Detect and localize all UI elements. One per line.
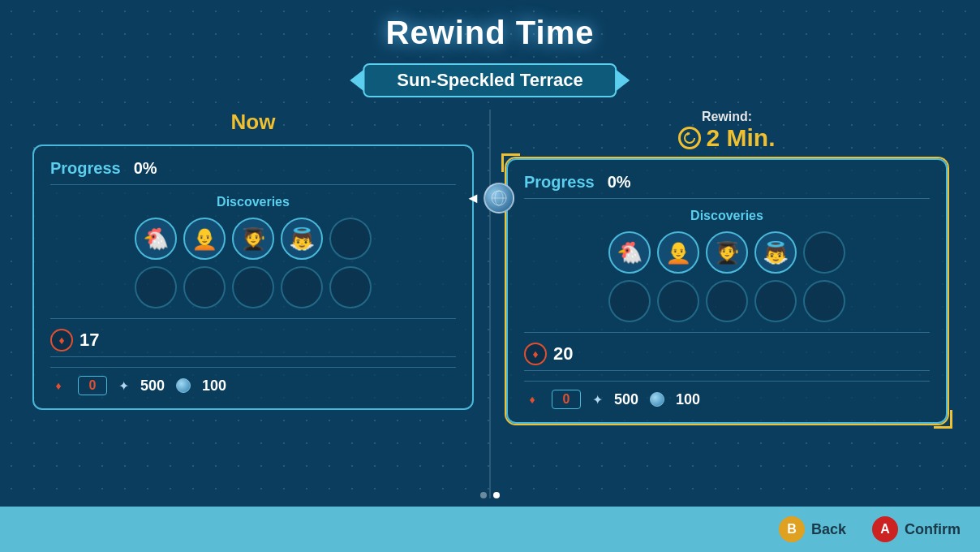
now-resource-value: 17 bbox=[80, 330, 99, 351]
page-title: Rewind Time bbox=[0, 15, 980, 51]
rewind-char-2: 🧑‍🦲 bbox=[657, 231, 699, 274]
rewind-char-4: 👼 bbox=[754, 231, 797, 274]
rewind-character-grid: 🐔 🧑‍🦲 🧑‍🎓 👼 bbox=[524, 231, 930, 322]
now-char-10 bbox=[329, 266, 372, 308]
rewind-sep2 bbox=[524, 332, 930, 333]
now-char-1: 🐔 bbox=[135, 218, 177, 260]
now-character-grid: 🐔 🧑‍🦲 🧑‍🎓 👼 bbox=[50, 218, 456, 308]
rewind-progress-label: Progress bbox=[524, 173, 595, 192]
rewind-stat-orb-icon bbox=[650, 392, 664, 407]
now-char-row-2 bbox=[135, 266, 372, 308]
now-footer-stats: ♦ 0 ✦ 500 100 bbox=[50, 367, 456, 395]
now-separator bbox=[50, 184, 456, 185]
rewind-resource-icon: ♦ bbox=[524, 343, 547, 365]
now-progress-value: 0% bbox=[134, 159, 157, 178]
dot-1 bbox=[480, 492, 487, 498]
now-progress-row: Progress 0% bbox=[50, 159, 456, 178]
nav-globe[interactable] bbox=[484, 183, 514, 213]
now-char-8 bbox=[232, 266, 274, 308]
now-discoveries-label: Discoveries bbox=[50, 195, 456, 209]
rewind-char-5 bbox=[803, 231, 845, 274]
now-char-row-1: 🐔 🧑‍🦲 🧑‍🎓 👼 bbox=[135, 218, 372, 260]
confirm-label: Confirm bbox=[905, 521, 961, 538]
bottom-bar: B Back A Confirm bbox=[0, 507, 980, 552]
nav-arrow-left[interactable]: ◄ bbox=[466, 190, 480, 207]
now-stat-red-val: 0 bbox=[78, 376, 107, 395]
rewind-progress-value: 0% bbox=[608, 173, 631, 192]
rewind-char-6 bbox=[608, 280, 651, 322]
rewind-stat-red-val: 0 bbox=[552, 390, 581, 409]
rewind-resource-value: 20 bbox=[553, 343, 573, 364]
rewind-time-icon bbox=[678, 127, 701, 149]
center-nav[interactable]: ◄ bbox=[466, 183, 514, 213]
rewind-card: Progress 0% Discoveries 🐔 🧑‍🦲 🧑‍🎓 👼 bbox=[506, 158, 948, 424]
a-button-circle: A bbox=[872, 516, 898, 542]
dot-2 bbox=[493, 492, 500, 498]
now-panel: Now Progress 0% Discoveries 🐔 🧑‍🦲 🧑‍🎓 👼 bbox=[16, 110, 490, 507]
rewind-char-10 bbox=[803, 280, 845, 322]
rewind-header: Rewind: 2 Min. bbox=[678, 110, 775, 152]
now-sep3 bbox=[50, 356, 456, 357]
now-char-4: 👼 bbox=[281, 218, 323, 260]
now-stat-star-icon: ✦ bbox=[118, 378, 129, 394]
rewind-panel: Rewind: 2 Min. Progress 0% Discoveries bbox=[490, 110, 964, 507]
rewind-time: 2 Min. bbox=[678, 124, 775, 152]
rewind-resource-row: ♦ 20 bbox=[524, 343, 930, 365]
now-label: Now bbox=[231, 110, 276, 135]
now-char-2: 🧑‍🦲 bbox=[183, 218, 226, 260]
now-stat-orb-icon bbox=[176, 378, 191, 393]
now-stat-orb-val: 100 bbox=[202, 377, 226, 395]
rewind-sep bbox=[524, 198, 930, 199]
rewind-stat-orb-val: 100 bbox=[676, 391, 700, 408]
now-char-7 bbox=[183, 266, 226, 308]
rewind-stat-icon-red: ♦ bbox=[524, 391, 540, 408]
now-resource-row: ♦ 17 bbox=[50, 329, 456, 351]
confirm-button[interactable]: A Confirm bbox=[872, 516, 961, 542]
now-char-3: 🧑‍🎓 bbox=[232, 218, 274, 260]
now-stat-star-val: 500 bbox=[140, 377, 165, 395]
main-content: Now Progress 0% Discoveries 🐔 🧑‍🦲 🧑‍🎓 👼 bbox=[16, 110, 964, 507]
now-sep2 bbox=[50, 318, 456, 319]
rewind-progress-row: Progress 0% bbox=[524, 173, 930, 192]
rewind-char-row-1: 🐔 🧑‍🦲 🧑‍🎓 👼 bbox=[608, 231, 845, 274]
rewind-stat-star-val: 500 bbox=[614, 391, 638, 408]
now-resource-icon: ♦ bbox=[50, 329, 73, 351]
rewind-char-row-2 bbox=[608, 280, 845, 322]
rewind-footer-stats: ♦ 0 ✦ 500 100 bbox=[524, 381, 930, 409]
a-button-letter: A bbox=[880, 522, 890, 537]
now-char-6 bbox=[135, 266, 177, 308]
rewind-char-1: 🐔 bbox=[608, 231, 651, 274]
b-button-letter: B bbox=[787, 522, 797, 537]
rewind-label: Rewind: bbox=[678, 110, 775, 124]
back-button[interactable]: B Back bbox=[779, 516, 846, 542]
page-dots bbox=[480, 492, 500, 498]
rewind-char-8 bbox=[706, 280, 748, 322]
now-char-5 bbox=[329, 218, 372, 260]
now-progress-label: Progress bbox=[50, 159, 121, 178]
now-stat-icon-red: ♦ bbox=[50, 377, 67, 394]
rewind-time-text: 2 Min. bbox=[706, 124, 775, 152]
globe-svg bbox=[490, 189, 508, 207]
rewind-discoveries-label: Discoveries bbox=[524, 209, 930, 223]
now-card: Progress 0% Discoveries 🐔 🧑‍🦲 🧑‍🎓 👼 bbox=[32, 144, 474, 410]
rewind-svg bbox=[683, 132, 696, 144]
rewind-char-3: 🧑‍🎓 bbox=[706, 231, 748, 274]
back-label: Back bbox=[811, 521, 846, 538]
rewind-char-7 bbox=[657, 280, 699, 322]
location-badge: Sun-Speckled Terrace bbox=[363, 63, 617, 97]
rewind-char-9 bbox=[754, 280, 797, 322]
now-char-9 bbox=[281, 266, 323, 308]
rewind-stat-star-icon: ✦ bbox=[592, 392, 603, 408]
rewind-sep3 bbox=[524, 370, 930, 371]
b-button-circle: B bbox=[779, 516, 805, 542]
